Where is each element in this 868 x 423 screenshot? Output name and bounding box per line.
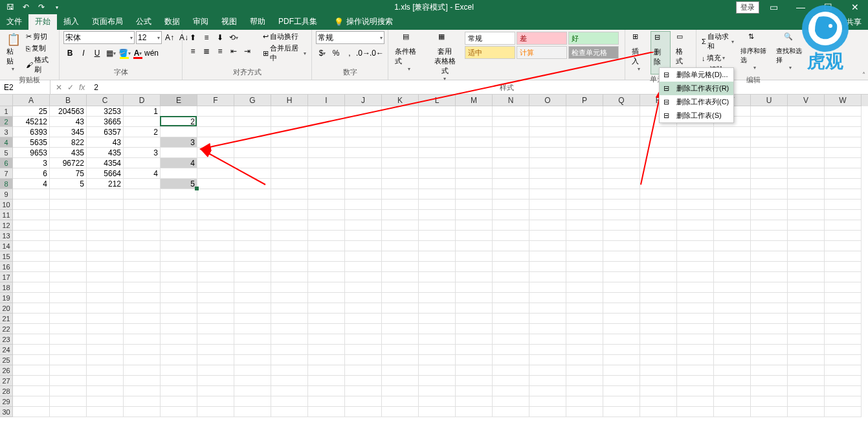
cell-W23[interactable] bbox=[825, 334, 862, 345]
cell-G16[interactable] bbox=[234, 262, 271, 272]
cell-A3[interactable]: 6393 bbox=[13, 127, 50, 137]
cell-O29[interactable] bbox=[529, 396, 566, 407]
cell-G27[interactable] bbox=[234, 376, 271, 386]
cell-V22[interactable] bbox=[788, 324, 825, 334]
cell-O28[interactable] bbox=[529, 386, 566, 396]
cell-F18[interactable] bbox=[197, 282, 234, 293]
cell-O9[interactable] bbox=[529, 189, 566, 200]
col-header-J[interactable]: J bbox=[345, 95, 382, 106]
cell-V2[interactable] bbox=[788, 117, 825, 127]
cell-N3[interactable] bbox=[493, 127, 529, 137]
cell-M21[interactable] bbox=[456, 314, 493, 324]
underline-button[interactable]: U bbox=[91, 47, 104, 60]
cell-K11[interactable] bbox=[382, 210, 419, 220]
cell-B14[interactable] bbox=[50, 241, 87, 251]
cell-A15[interactable] bbox=[13, 251, 50, 262]
cell-K9[interactable] bbox=[382, 189, 419, 200]
row-header-13[interactable]: 13 bbox=[0, 231, 13, 241]
cell-V29[interactable] bbox=[788, 396, 825, 407]
cell-O16[interactable] bbox=[529, 262, 566, 272]
cell-B11[interactable] bbox=[50, 210, 87, 220]
cell-B8[interactable]: 5 bbox=[50, 179, 87, 189]
currency-icon[interactable]: $▾ bbox=[316, 47, 329, 60]
row-header-23[interactable]: 23 bbox=[0, 334, 13, 345]
row-header-17[interactable]: 17 bbox=[0, 272, 13, 282]
undo-icon[interactable]: ↶ bbox=[21, 2, 31, 12]
cell-W22[interactable] bbox=[825, 324, 862, 334]
cell-C7[interactable]: 5664 bbox=[87, 168, 124, 179]
cell-H17[interactable] bbox=[271, 272, 308, 282]
cell-H2[interactable] bbox=[271, 117, 308, 127]
cell-H11[interactable] bbox=[271, 210, 308, 220]
cell-R7[interactable] bbox=[640, 168, 677, 179]
cell-D14[interactable] bbox=[124, 241, 161, 251]
bold-button[interactable]: B bbox=[63, 47, 76, 60]
cell-K12[interactable] bbox=[382, 220, 419, 231]
cell-M20[interactable] bbox=[456, 303, 493, 314]
cell-M24[interactable] bbox=[456, 345, 493, 355]
cell-O20[interactable] bbox=[529, 303, 566, 314]
cell-F25[interactable] bbox=[197, 355, 234, 365]
cell-E29[interactable] bbox=[161, 396, 197, 407]
cell-C25[interactable] bbox=[87, 355, 124, 365]
cell-Q1[interactable] bbox=[603, 106, 640, 117]
cell-Q15[interactable] bbox=[603, 251, 640, 262]
cell-N8[interactable] bbox=[493, 179, 529, 189]
fx-icon[interactable]: fx bbox=[79, 83, 85, 92]
cell-T19[interactable] bbox=[714, 293, 751, 303]
cell-J30[interactable] bbox=[345, 407, 382, 417]
cell-T28[interactable] bbox=[714, 386, 751, 396]
cell-H13[interactable] bbox=[271, 231, 308, 241]
tab-formulas[interactable]: 公式 bbox=[129, 14, 158, 30]
col-header-V[interactable]: V bbox=[788, 95, 825, 106]
cell-A22[interactable] bbox=[13, 324, 50, 334]
cell-M4[interactable] bbox=[456, 137, 493, 148]
increase-font-icon[interactable]: A↑ bbox=[163, 31, 176, 44]
cell-N16[interactable] bbox=[493, 262, 529, 272]
redo-icon[interactable]: ↷ bbox=[36, 2, 47, 12]
cell-M11[interactable] bbox=[456, 210, 493, 220]
cell-E1[interactable] bbox=[161, 106, 197, 117]
cell-L18[interactable] bbox=[419, 282, 456, 293]
cell-D11[interactable] bbox=[124, 210, 161, 220]
cell-R28[interactable] bbox=[640, 386, 677, 396]
cell-K28[interactable] bbox=[382, 386, 419, 396]
cell-H30[interactable] bbox=[271, 407, 308, 417]
cell-O27[interactable] bbox=[529, 376, 566, 386]
cell-K10[interactable] bbox=[382, 200, 419, 210]
cell-T26[interactable] bbox=[714, 365, 751, 376]
cell-V4[interactable] bbox=[788, 137, 825, 148]
cell-M25[interactable] bbox=[456, 355, 493, 365]
cell-Q5[interactable] bbox=[603, 148, 640, 158]
cell-E26[interactable] bbox=[161, 365, 197, 376]
cell-G4[interactable] bbox=[234, 137, 271, 148]
cell-N22[interactable] bbox=[493, 324, 529, 334]
cell-S14[interactable] bbox=[677, 241, 714, 251]
percent-icon[interactable]: % bbox=[329, 47, 342, 60]
cell-Q22[interactable] bbox=[603, 324, 640, 334]
cell-P4[interactable] bbox=[566, 137, 603, 148]
cell-L9[interactable] bbox=[419, 189, 456, 200]
cell-M30[interactable] bbox=[456, 407, 493, 417]
cell-N13[interactable] bbox=[493, 231, 529, 241]
cell-G9[interactable] bbox=[234, 189, 271, 200]
cell-M18[interactable] bbox=[456, 282, 493, 293]
cell-S8[interactable] bbox=[677, 179, 714, 189]
cell-A11[interactable] bbox=[13, 210, 50, 220]
cell-N15[interactable] bbox=[493, 251, 529, 262]
row-header-3[interactable]: 3 bbox=[0, 127, 13, 137]
cell-V19[interactable] bbox=[788, 293, 825, 303]
cell-J15[interactable] bbox=[345, 251, 382, 262]
cell-T14[interactable] bbox=[714, 241, 751, 251]
cell-G15[interactable] bbox=[234, 251, 271, 262]
cell-F8[interactable] bbox=[197, 179, 234, 189]
cell-W15[interactable] bbox=[825, 251, 862, 262]
cell-B17[interactable] bbox=[50, 272, 87, 282]
cell-M8[interactable] bbox=[456, 179, 493, 189]
row-header-10[interactable]: 10 bbox=[0, 200, 13, 210]
cell-L2[interactable] bbox=[419, 117, 456, 127]
cell-D19[interactable] bbox=[124, 293, 161, 303]
cell-S11[interactable] bbox=[677, 210, 714, 220]
cell-I10[interactable] bbox=[308, 200, 345, 210]
cell-C27[interactable] bbox=[87, 376, 124, 386]
